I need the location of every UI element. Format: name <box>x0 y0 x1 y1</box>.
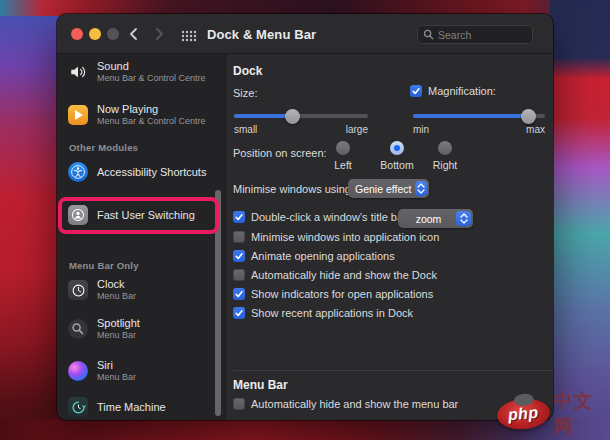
sound-icon <box>68 62 88 82</box>
menu-bar-section-header: Menu Bar <box>233 378 288 392</box>
siri-icon <box>68 361 88 381</box>
sidebar-item-now-playing[interactable]: Now PlayingMenu Bar & Control Centre <box>68 103 206 127</box>
zoom-window-button[interactable] <box>107 28 119 40</box>
double-click-action-value: zoom <box>398 213 456 225</box>
sidebar-item-clock[interactable]: ClockMenu Bar <box>68 278 136 302</box>
checkbox-row-show-recent[interactable]: Show recent applications in Dock <box>233 307 413 319</box>
auto-hide-menu-bar-checkbox[interactable] <box>233 398 245 410</box>
dock-settings-panel: Dock Size: small large Magnification: mi… <box>226 54 553 420</box>
checkbox-label: Automatically hide and show the menu bar <box>251 398 458 410</box>
checkbox-label: Animate opening applications <box>251 250 395 262</box>
chevron-up-down-icon <box>456 211 471 226</box>
show-all-preferences-grid-icon[interactable] <box>181 28 197 46</box>
checkbox-row-auto-hide-dock[interactable]: Automatically hide and show the Dock <box>233 269 437 281</box>
minimize-window-button[interactable] <box>89 28 101 40</box>
sidebar-item-time-machine[interactable]: Time Machine <box>68 397 166 417</box>
sidebar-item-fast-user-switching[interactable]: Fast User Switching <box>68 205 195 225</box>
sidebar-item-accessibility-shortcuts[interactable]: Accessibility Shortcuts <box>68 162 206 182</box>
sidebar-sublabel: Menu Bar & Control Centre <box>97 116 206 127</box>
close-window-button[interactable] <box>71 28 83 40</box>
sidebar-section-menu-bar-only: Menu Bar Only <box>69 260 139 271</box>
time-machine-icon <box>68 397 88 417</box>
size-label: Size: <box>233 87 257 99</box>
position-radio-right[interactable] <box>438 141 452 155</box>
minimise-effect-dropdown[interactable]: Genie effect <box>348 179 429 198</box>
sidebar-label: Time Machine <box>97 401 166 414</box>
php-logo: php <box>496 397 551 431</box>
spotlight-icon <box>68 319 88 339</box>
window-title: Dock & Menu Bar <box>207 27 316 42</box>
double-click-checkbox[interactable] <box>233 211 245 223</box>
search-field[interactable] <box>417 25 533 44</box>
checkbox-label: Double-click a window’s title bar to <box>251 211 419 223</box>
minimise-using-label: Minimise windows using: <box>233 183 354 195</box>
size-slider[interactable] <box>234 108 368 123</box>
checkbox-label: Show indicators for open applications <box>251 288 433 300</box>
double-click-action-dropdown[interactable]: zoom <box>398 209 473 228</box>
sidebar-label: Accessibility Shortcuts <box>97 166 206 179</box>
show-indicators-checkbox[interactable] <box>233 288 245 300</box>
magnification-checkbox-row[interactable]: Magnification: <box>410 85 496 97</box>
position-option-label: Bottom <box>375 159 419 171</box>
position-radio-bottom[interactable] <box>390 141 404 155</box>
section-divider <box>233 370 553 371</box>
magnification-label: Magnification: <box>428 85 496 97</box>
watermark-cn-text: 中文网 <box>554 388 610 440</box>
position-radio-left[interactable] <box>336 141 350 155</box>
search-icon <box>423 26 434 44</box>
checkbox-label: Automatically hide and show the Dock <box>251 269 437 281</box>
sidebar: SoundMenu Bar & Control Centre Now Playi… <box>57 54 226 420</box>
sidebar-label: Sound <box>97 60 206 73</box>
checkbox-label: Show recent applications in Dock <box>251 307 413 319</box>
mag-max-label: max <box>413 124 545 135</box>
magnification-slider[interactable] <box>413 108 545 123</box>
show-recent-checkbox[interactable] <box>233 307 245 319</box>
minimise-into-icon-checkbox[interactable] <box>233 231 245 243</box>
sidebar-sublabel: Menu Bar <box>97 330 140 341</box>
position-label: Position on screen: <box>233 147 327 159</box>
desktop-wallpaper-right <box>550 0 610 440</box>
php-cn-watermark: php 中文网 <box>497 388 610 440</box>
magnification-slider-thumb[interactable] <box>521 109 536 124</box>
magnification-checkbox[interactable] <box>410 85 422 97</box>
back-button[interactable] <box>127 27 141 41</box>
auto-hide-dock-checkbox[interactable] <box>233 269 245 281</box>
clock-icon <box>68 280 88 300</box>
sidebar-sublabel: Menu Bar <box>97 372 136 383</box>
fast-user-switching-icon <box>68 205 88 225</box>
sidebar-section-other-modules: Other Modules <box>69 142 138 153</box>
checkbox-row-auto-hide-menu-bar[interactable]: Automatically hide and show the menu bar <box>233 398 458 410</box>
checkbox-row-show-indicators[interactable]: Show indicators for open applications <box>233 288 433 300</box>
sidebar-item-siri[interactable]: SiriMenu Bar <box>68 359 136 383</box>
checkbox-row-double-click[interactable]: Double-click a window’s title bar to <box>233 211 419 223</box>
minimise-effect-value: Genie effect <box>348 183 415 195</box>
checkbox-label: Minimise windows into application icon <box>251 231 439 243</box>
sidebar-label: Spotlight <box>97 317 140 330</box>
chevron-up-down-icon <box>415 181 427 196</box>
sidebar-sublabel: Menu Bar & Control Centre <box>97 73 206 84</box>
sidebar-item-sound[interactable]: SoundMenu Bar & Control Centre <box>68 60 206 84</box>
dock-section-header: Dock <box>233 64 262 78</box>
animate-opening-checkbox[interactable] <box>233 250 245 262</box>
sidebar-item-spotlight[interactable]: SpotlightMenu Bar <box>68 317 140 341</box>
accessibility-icon <box>68 162 88 182</box>
size-max-label: large <box>234 124 368 135</box>
preferences-window: Dock & Menu Bar SoundMenu Bar & Control … <box>57 14 553 420</box>
sidebar-label: Siri <box>97 359 136 372</box>
position-option-label: Right <box>423 159 467 171</box>
size-slider-thumb[interactable] <box>285 109 300 124</box>
sidebar-label: Clock <box>97 278 136 291</box>
sidebar-sublabel: Menu Bar <box>97 291 136 302</box>
checkbox-row-minimise-into-icon[interactable]: Minimise windows into application icon <box>233 231 439 243</box>
search-input[interactable] <box>438 29 522 41</box>
forward-button[interactable] <box>152 27 166 41</box>
now-playing-icon <box>68 105 88 125</box>
title-bar: Dock & Menu Bar <box>57 14 553 54</box>
sidebar-label: Fast User Switching <box>97 209 195 222</box>
sidebar-label: Now Playing <box>97 103 206 116</box>
checkbox-row-animate-opening[interactable]: Animate opening applications <box>233 250 395 262</box>
position-option-label: Left <box>321 159 365 171</box>
